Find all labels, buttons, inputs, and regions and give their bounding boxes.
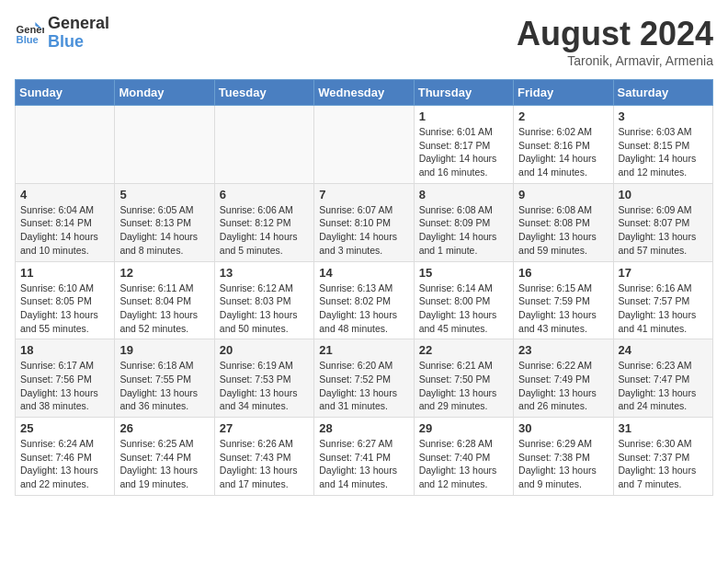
cell-line: Daylight: 13 hours and 26 minutes. [518, 387, 597, 412]
calendar-cell: 31Sunrise: 6:30 AMSunset: 7:37 PMDayligh… [613, 418, 712, 496]
header: General Blue General Blue August 2024 Ta… [15, 15, 713, 68]
cell-line: Sunset: 7:44 PM [119, 452, 191, 463]
cell-line: Sunrise: 6:18 AM [119, 360, 193, 371]
calendar-week-4: 25Sunrise: 6:24 AMSunset: 7:46 PMDayligh… [16, 418, 713, 496]
header-saturday: Saturday [613, 80, 712, 106]
logo-icon: General Blue [15, 18, 44, 48]
cell-info: Sunrise: 6:23 AMSunset: 7:47 PMDaylight:… [619, 359, 708, 413]
cell-line: Sunrise: 6:30 AM [619, 438, 692, 449]
calendar-cell: 9Sunrise: 6:08 AMSunset: 8:08 PMDaylight… [514, 183, 613, 261]
cell-line: Sunrise: 6:15 AM [518, 282, 592, 293]
cell-line: Sunrise: 6:04 AM [20, 204, 94, 215]
calendar-cell: 11Sunrise: 6:10 AMSunset: 8:05 PMDayligh… [16, 261, 115, 339]
calendar-cell: 4Sunrise: 6:04 AMSunset: 8:14 PMDaylight… [16, 183, 115, 261]
cell-info: Sunrise: 6:22 AMSunset: 7:49 PMDaylight:… [518, 359, 608, 413]
cell-line: Sunset: 8:09 PM [419, 217, 491, 228]
cell-line: Sunset: 7:40 PM [419, 452, 491, 463]
cell-line: Sunset: 7:49 PM [518, 373, 590, 385]
cell-info: Sunrise: 6:07 AMSunset: 8:10 PMDaylight:… [319, 203, 408, 258]
day-number: 29 [419, 421, 508, 435]
cell-line: Daylight: 14 hours and 1 minute. [419, 231, 497, 256]
cell-line: Sunrise: 6:01 AM [419, 126, 493, 137]
day-number: 3 [619, 109, 708, 123]
cell-info: Sunrise: 6:27 AMSunset: 7:41 PMDaylight:… [319, 437, 408, 491]
month-year: August 2024 [517, 15, 713, 53]
cell-line: Sunrise: 6:11 AM [119, 282, 193, 293]
day-number: 13 [220, 266, 309, 280]
cell-line: Sunrise: 6:28 AM [419, 438, 493, 449]
cell-line: Sunrise: 6:07 AM [319, 204, 392, 215]
cell-line: Daylight: 14 hours and 5 minutes. [220, 231, 298, 256]
cell-line: Sunrise: 6:10 AM [20, 282, 94, 293]
cell-line: Sunrise: 6:26 AM [220, 438, 293, 449]
cell-line: Sunrise: 6:16 AM [619, 282, 692, 293]
calendar-cell: 29Sunrise: 6:28 AMSunset: 7:40 PMDayligh… [414, 418, 513, 496]
day-number: 1 [419, 109, 508, 123]
cell-line: Sunrise: 6:22 AM [518, 360, 592, 371]
cell-info: Sunrise: 6:19 AMSunset: 7:53 PMDaylight:… [220, 359, 309, 413]
cell-info: Sunrise: 6:04 AMSunset: 8:14 PMDaylight:… [20, 203, 109, 258]
cell-line: Sunrise: 6:20 AM [319, 360, 392, 371]
cell-info: Sunrise: 6:09 AMSunset: 8:07 PMDaylight:… [619, 203, 708, 258]
day-number: 2 [518, 109, 608, 123]
cell-line: Sunset: 8:05 PM [20, 295, 92, 306]
cell-line: Sunset: 8:12 PM [220, 217, 291, 228]
cell-line: Daylight: 14 hours and 8 minutes. [119, 231, 198, 256]
calendar-cell: 15Sunrise: 6:14 AMSunset: 8:00 PMDayligh… [414, 261, 513, 339]
day-number: 10 [619, 188, 708, 201]
calendar-cell: 25Sunrise: 6:24 AMSunset: 7:46 PMDayligh… [16, 418, 115, 496]
day-number: 6 [220, 188, 309, 201]
calendar-cell: 28Sunrise: 6:27 AMSunset: 7:41 PMDayligh… [314, 418, 414, 496]
day-number: 14 [319, 266, 408, 280]
day-number: 11 [20, 266, 109, 280]
cell-line: Sunset: 7:46 PM [20, 452, 92, 463]
cell-info: Sunrise: 6:24 AMSunset: 7:46 PMDaylight:… [20, 437, 109, 491]
svg-text:General: General [17, 24, 44, 35]
calendar-cell: 5Sunrise: 6:05 AMSunset: 8:13 PMDaylight… [115, 183, 214, 261]
cell-line: Sunrise: 6:12 AM [220, 282, 293, 293]
cell-line: Sunset: 7:56 PM [20, 373, 92, 385]
calendar-header-row: SundayMondayTuesdayWednesdayThursdayFrid… [16, 80, 713, 106]
header-sunday: Sunday [16, 80, 115, 106]
cell-line: Sunset: 8:13 PM [119, 217, 191, 228]
calendar-cell: 13Sunrise: 6:12 AMSunset: 8:03 PMDayligh… [214, 261, 313, 339]
cell-info: Sunrise: 6:12 AMSunset: 8:03 PMDaylight:… [220, 282, 309, 336]
cell-line: Sunrise: 6:05 AM [119, 204, 193, 215]
cell-line: Sunset: 8:03 PM [220, 295, 291, 306]
cell-line: Sunset: 8:02 PM [319, 295, 391, 306]
day-number: 15 [419, 266, 508, 280]
cell-line: Daylight: 13 hours and 48 minutes. [319, 309, 397, 334]
logo-line2: Blue [48, 33, 109, 52]
cell-info: Sunrise: 6:30 AMSunset: 7:37 PMDaylight:… [619, 437, 708, 491]
day-number: 7 [319, 188, 408, 201]
day-number: 25 [20, 421, 109, 435]
header-friday: Friday [514, 80, 613, 106]
cell-info: Sunrise: 6:20 AMSunset: 7:52 PMDaylight:… [319, 359, 408, 413]
cell-info: Sunrise: 6:18 AMSunset: 7:55 PMDaylight:… [119, 359, 209, 413]
day-number: 20 [220, 343, 309, 357]
cell-line: Daylight: 13 hours and 50 minutes. [220, 309, 298, 334]
cell-line: Daylight: 13 hours and 41 minutes. [619, 309, 697, 334]
cell-info: Sunrise: 6:16 AMSunset: 7:57 PMDaylight:… [619, 282, 708, 336]
cell-line: Sunset: 8:16 PM [518, 140, 590, 151]
calendar-cell: 1Sunrise: 6:01 AMSunset: 8:17 PMDaylight… [414, 106, 513, 184]
cell-line: Sunrise: 6:25 AM [119, 438, 193, 449]
cell-info: Sunrise: 6:06 AMSunset: 8:12 PMDaylight:… [220, 203, 309, 258]
cell-info: Sunrise: 6:03 AMSunset: 8:15 PMDaylight:… [619, 125, 708, 179]
cell-info: Sunrise: 6:14 AMSunset: 8:00 PMDaylight:… [419, 282, 508, 336]
day-number: 19 [119, 343, 209, 357]
cell-line: Sunset: 7:43 PM [220, 452, 291, 463]
cell-info: Sunrise: 6:01 AMSunset: 8:17 PMDaylight:… [419, 125, 508, 179]
cell-info: Sunrise: 6:08 AMSunset: 8:08 PMDaylight:… [518, 203, 608, 258]
cell-line: Daylight: 13 hours and 59 minutes. [518, 231, 597, 256]
cell-line: Daylight: 13 hours and 22 minutes. [20, 465, 98, 489]
cell-line: Daylight: 13 hours and 45 minutes. [419, 309, 497, 334]
calendar-week-3: 18Sunrise: 6:17 AMSunset: 7:56 PMDayligh… [16, 339, 713, 418]
calendar-cell: 21Sunrise: 6:20 AMSunset: 7:52 PMDayligh… [314, 339, 414, 418]
cell-line: Daylight: 13 hours and 7 minutes. [619, 465, 697, 489]
cell-line: Daylight: 13 hours and 29 minutes. [419, 387, 497, 412]
cell-info: Sunrise: 6:26 AMSunset: 7:43 PMDaylight:… [220, 437, 309, 491]
cell-line: Sunrise: 6:08 AM [518, 204, 592, 215]
calendar-cell: 26Sunrise: 6:25 AMSunset: 7:44 PMDayligh… [115, 418, 214, 496]
cell-line: Daylight: 14 hours and 10 minutes. [20, 231, 98, 256]
